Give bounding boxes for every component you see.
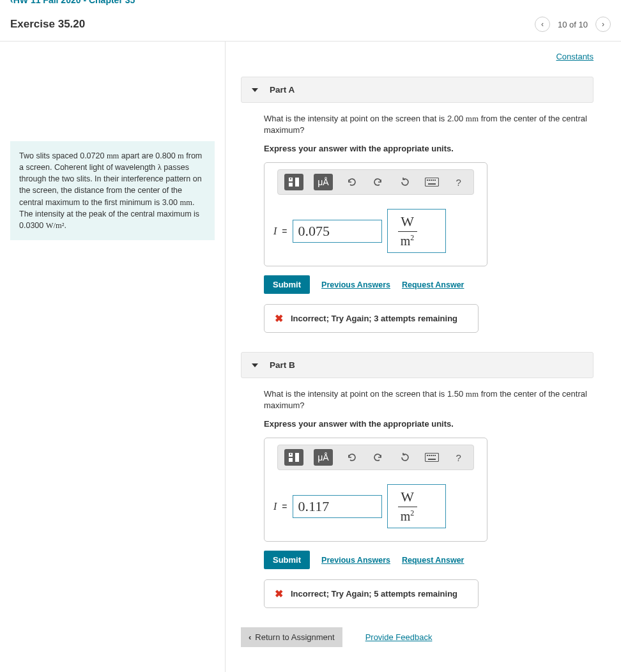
part-b-instructions: Express your answer with the appropriate…: [264, 419, 594, 429]
part-a-body: What is the intensity at point on the sc…: [264, 113, 594, 333]
question-unit: mm: [466, 114, 479, 123]
collapse-icon: [252, 88, 258, 92]
templates-button[interactable]: [284, 449, 303, 466]
svg-rect-19: [433, 455, 434, 456]
part-a-feedback: ✖ Incorrect; Try Again; 3 attempts remai…: [264, 304, 479, 333]
svg-rect-16: [427, 455, 428, 456]
part-b-submit-button[interactable]: Submit: [264, 551, 310, 569]
part-a-actions: Submit Previous Answers Request Answer: [264, 275, 594, 294]
svg-rect-3: [295, 178, 299, 187]
help-button[interactable]: ?: [450, 449, 467, 466]
svg-rect-15: [425, 454, 438, 462]
svg-rect-13: [289, 458, 293, 462]
chevron-right-icon: ›: [602, 20, 604, 29]
fraction-line: [398, 231, 417, 232]
part-a-units-input[interactable]: W m2: [387, 209, 446, 253]
svg-rect-5: [427, 179, 428, 181]
equation-row: I = W m2: [271, 480, 480, 535]
reset-button[interactable]: [397, 174, 413, 190]
part-a-question: What is the intensity at point on the sc…: [264, 113, 594, 136]
part-b-header[interactable]: Part B: [241, 352, 594, 378]
problem-context: Two slits spaced 0.0720 mm apart are 0.8…: [10, 141, 215, 240]
main: Constants Part A What is the intensity a…: [226, 42, 609, 672]
svg-rect-9: [434, 179, 436, 181]
breadcrumb-link[interactable]: ‹HW 11 Fall 2020 - Chapter 35: [10, 0, 135, 5]
sidebar: Two slits spaced 0.0720 mm apart are 0.8…: [0, 42, 226, 672]
answer-toolbar: μÅ ?: [277, 445, 473, 470]
equals-sign: =: [282, 226, 287, 236]
svg-rect-2: [289, 183, 293, 187]
part-b-value-input[interactable]: [293, 495, 382, 518]
return-to-assignment-button[interactable]: ‹ Return to Assignment: [241, 627, 342, 647]
part-b-feedback: ✖ Incorrect; Try Again; 5 attempts remai…: [264, 579, 479, 608]
unit-denominator: m2: [399, 508, 416, 524]
equals-sign: =: [282, 501, 287, 512]
chevron-left-icon: ‹: [249, 632, 251, 642]
unit-numerator: W: [399, 489, 415, 505]
svg-rect-17: [429, 455, 430, 456]
help-button[interactable]: ?: [450, 174, 467, 190]
part-b-units-input[interactable]: W m2: [387, 484, 446, 528]
svg-rect-4: [425, 178, 438, 187]
incorrect-icon: ✖: [275, 588, 283, 600]
redo-button[interactable]: [370, 174, 387, 190]
question-unit: mm: [466, 389, 479, 399]
prev-item-button[interactable]: ‹: [535, 17, 550, 32]
context-text: Two slits spaced 0.0720: [19, 151, 107, 160]
units-button[interactable]: μÅ: [314, 174, 332, 190]
part-a-instructions: Express your answer with the appropriate…: [264, 144, 594, 153]
context-unit: mm: [180, 198, 192, 207]
part-a-header[interactable]: Part A: [241, 77, 594, 103]
svg-rect-8: [433, 179, 434, 181]
svg-rect-1: [290, 178, 291, 179]
context-unit: m: [178, 151, 184, 160]
feedback-text: Incorrect; Try Again; 3 attempts remaini…: [291, 314, 457, 323]
question-text: What is the intensity at point on the sc…: [264, 114, 466, 123]
part-a-label: Part A: [270, 85, 295, 95]
part-a-request-answer-link[interactable]: Request Answer: [402, 280, 464, 289]
return-label: Return to Assignment: [255, 632, 334, 642]
part-b-label: Part B: [270, 360, 295, 370]
context-unit: W/m²: [46, 221, 65, 230]
unit-numerator: W: [399, 213, 415, 230]
part-b-actions: Submit Previous Answers Request Answer: [264, 551, 594, 569]
unit-denominator: m2: [399, 233, 416, 248]
part-a-previous-answers-link[interactable]: Previous Answers: [321, 280, 390, 289]
svg-rect-12: [290, 454, 291, 455]
provide-feedback-link[interactable]: Provide Feedback: [365, 632, 433, 642]
templates-button[interactable]: [284, 174, 303, 190]
redo-button[interactable]: [370, 449, 387, 466]
header: Exercise 35.20 ‹ 10 of 10 ›: [0, 11, 621, 42]
item-nav: ‹ 10 of 10 ›: [535, 17, 611, 32]
next-item-button[interactable]: ›: [595, 17, 611, 32]
bottom-actions: ‹ Return to Assignment Provide Feedback: [241, 627, 594, 647]
keyboard-button[interactable]: [424, 449, 440, 466]
variable-label: I: [273, 225, 277, 237]
part-b-question: What is the intensity at point on the sc…: [264, 388, 594, 411]
keyboard-button[interactable]: [424, 174, 440, 190]
undo-button[interactable]: [343, 449, 360, 466]
reset-button[interactable]: [397, 449, 413, 466]
constants-link[interactable]: Constants: [556, 52, 594, 61]
part-b-request-answer-link[interactable]: Request Answer: [402, 556, 464, 565]
equation-row: I = W m2: [271, 205, 480, 259]
context-unit: mm: [107, 151, 119, 160]
variable-label: I: [273, 501, 277, 512]
svg-rect-18: [431, 455, 432, 456]
breadcrumb-text: HW 11 Fall 2020 - Chapter 35: [13, 0, 135, 5]
answer-toolbar: μÅ ?: [277, 169, 473, 195]
context-text: apart are 0.800: [119, 151, 178, 160]
page-title: Exercise 35.20: [10, 18, 85, 31]
item-counter: 10 of 10: [558, 20, 588, 29]
part-b-previous-answers-link[interactable]: Previous Answers: [321, 556, 390, 565]
units-button[interactable]: μÅ: [314, 449, 332, 466]
part-a-value-input[interactable]: [293, 220, 382, 243]
part-b-answer-box: μÅ ? I =: [264, 438, 487, 542]
part-a-submit-button[interactable]: Submit: [264, 275, 310, 294]
svg-rect-14: [295, 453, 299, 462]
collapse-icon: [252, 363, 258, 367]
part-a-answer-box: μÅ ? I =: [264, 162, 487, 266]
undo-button[interactable]: [343, 174, 360, 190]
svg-rect-20: [434, 455, 436, 456]
part-b-body: What is the intensity at point on the sc…: [264, 388, 594, 608]
